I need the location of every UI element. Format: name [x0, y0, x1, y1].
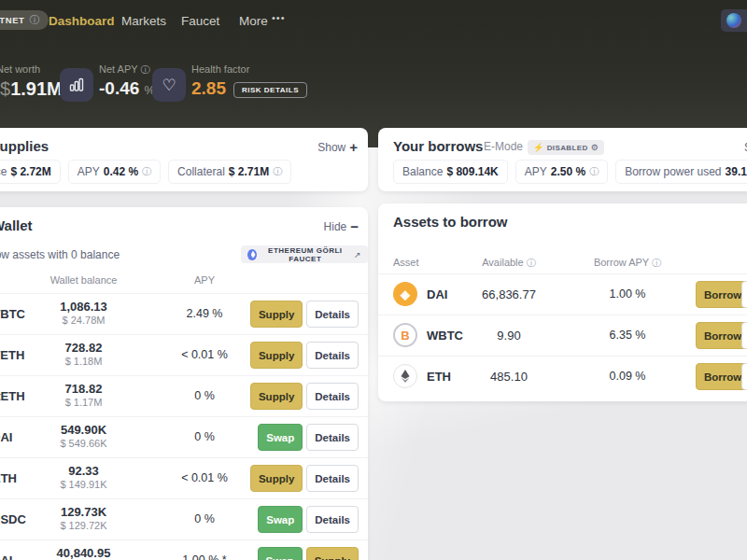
wallet-title: Wallet [0, 217, 33, 233]
info-icon[interactable]: ⓘ [652, 258, 661, 268]
info-icon[interactable]: ⓘ [142, 165, 151, 178]
nav-dashboard[interactable]: Dashboard [49, 14, 115, 28]
bar-chart-icon [60, 68, 93, 102]
stat-chip: Collateral$ 2.71Mⓘ [168, 160, 291, 184]
asset-actions: SupplyDetails [250, 465, 359, 492]
column-apy: APY [176, 274, 233, 286]
stat-chip: APY0.42 %ⓘ [68, 160, 161, 184]
supply-button[interactable]: Supply [250, 465, 303, 492]
emode-label: E-Mode [484, 140, 523, 153]
wallet-asset-row: WBTC 1,086.13$ 24.78M 2.49 % SupplyDetai… [0, 293, 368, 334]
aave-dashboard: TESTNET ⓘ Dashboard Markets Faucet More … [0, 0, 747, 560]
supplies-stats: Balance$ 2.72M APY0.42 %ⓘ Collateral$ 2.… [0, 160, 291, 184]
info-icon: ⓘ [29, 13, 40, 27]
supply-button[interactable]: Supply [250, 383, 303, 410]
borrow-asset-row: B WBTC 9.90 6.35 % Borrow Details [378, 315, 747, 356]
asset-apy: 0 % [166, 512, 243, 525]
asset-symbol: DAI [0, 430, 12, 444]
net-worth-label: Net worth [0, 63, 40, 75]
zero-balance-toggle-label[interactable]: Show assets with 0 balance [0, 248, 120, 261]
nav-faucet[interactable]: Faucet [181, 14, 219, 28]
asset-apy: 0 % [166, 389, 243, 402]
info-icon[interactable]: ⓘ [273, 165, 282, 178]
borrow-asset-list: ◈ DAI 66,836.77 1.00 % Borrow Details B … [378, 273, 747, 397]
details-button[interactable]: Details [306, 342, 359, 369]
testnet-badge-label: TESTNET [0, 15, 24, 25]
assets-to-borrow-title: Assets to borrow [393, 214, 508, 230]
asset-actions: SwapDetails [258, 506, 359, 533]
plus-icon: + [349, 139, 358, 155]
asset-symbol: USDC [0, 512, 26, 526]
wallet-hide-toggle[interactable]: Hide− [324, 218, 359, 234]
asset-actions: SupplyDetails [250, 342, 359, 369]
health-factor-value: 2.85 [191, 78, 226, 99]
info-icon[interactable]: ⓘ [527, 258, 536, 268]
risk-details-button[interactable]: RISK DETAILS [233, 82, 307, 98]
ethereum-goerli-faucet-button[interactable]: ETHEREUM GÖRLI FAUCET ↗ [241, 245, 368, 263]
asset-apy: < 0.01 % [166, 471, 243, 484]
asset-actions: SwapSupply [258, 547, 359, 560]
asset-actions: SwapDetails [258, 424, 359, 451]
asset-actions: SupplyDetails [250, 383, 359, 410]
details-button[interactable]: Details [741, 322, 747, 349]
details-button[interactable]: Details [306, 506, 359, 533]
details-button[interactable]: Details [306, 301, 359, 328]
details-button[interactable]: Details [741, 363, 747, 390]
asset-balance: 92.33$ 149.91K [26, 464, 141, 490]
supply-button[interactable]: Supply [250, 342, 303, 369]
eth-icon [393, 364, 417, 388]
supplies-show-toggle[interactable]: Show+ [317, 139, 358, 155]
borrow-button[interactable]: Borrow [696, 363, 747, 390]
stat-chip: Borrow power used39.16 %ⓘ [615, 160, 747, 184]
borrows-stats: Balance$ 809.14K APY2.50 %ⓘ Borrow power… [393, 160, 747, 184]
swap-button[interactable]: Swap [258, 506, 303, 533]
health-factor-label: Health factor [191, 63, 249, 75]
asset-apy: 1.00 % * [166, 553, 243, 560]
emode-disabled-pill[interactable]: ⚡DISABLED⚙ [528, 140, 604, 155]
supply-button[interactable]: Supply [306, 547, 359, 560]
lightning-icon: ⚡ [533, 143, 544, 152]
borrow-asset-row: ◈ DAI 66,836.77 1.00 % Borrow Details [378, 273, 747, 315]
details-button[interactable]: Details [306, 424, 359, 451]
net-apy-label: Net APY ⓘ [99, 63, 149, 77]
supplies-title: Your supplies [0, 138, 49, 154]
details-button[interactable]: Details [306, 465, 359, 492]
asset-borrow-apy: 1.00 % [570, 287, 685, 301]
dai-icon: ◈ [393, 282, 417, 306]
heart-icon: ♡ [152, 68, 186, 102]
wallet-asset-row: DAI 40,840.95$ 40,892.49 1.00 % * SwapSu… [0, 539, 368, 560]
external-link-icon: ↗ [354, 250, 361, 259]
asset-balance: 129.73K$ 129.72K [26, 505, 141, 531]
wallet-panel: Wallet Hide− Show assets with 0 balance … [0, 207, 368, 560]
stat-chip: Balance$ 2.72M [0, 160, 61, 184]
testnet-badge: TESTNET ⓘ [0, 10, 49, 30]
wallet-account-button[interactable] [721, 9, 747, 32]
gear-icon[interactable]: ⚙ [591, 143, 599, 152]
column-available: Available ⓘ [453, 257, 565, 270]
supply-button[interactable]: Supply [250, 301, 303, 328]
asset-symbol: stETH [0, 389, 25, 403]
net-worth-value: $1.91M [0, 78, 63, 100]
ethereum-icon [247, 249, 257, 260]
info-icon[interactable]: ⓘ [589, 165, 599, 178]
asset-balance: 1,086.13$ 24.78M [26, 300, 141, 326]
asset-apy: < 0.01 % [166, 348, 243, 361]
borrow-asset-row: ETH 485.10 0.09 % Borrow Details [378, 356, 747, 397]
swap-button[interactable]: Swap [258, 424, 303, 451]
details-button[interactable]: Details [741, 281, 747, 308]
wallet-asset-row: stETH 718.82$ 1.17M 0 % SupplyDetails [0, 375, 368, 416]
asset-apy: 0 % [166, 430, 243, 443]
asset-symbol: ETH [427, 370, 451, 384]
info-icon[interactable]: ⓘ [140, 64, 149, 75]
more-dots-icon[interactable]: ••• [272, 12, 286, 23]
borrow-button[interactable]: Borrow [696, 281, 747, 308]
details-button[interactable]: Details [306, 383, 359, 410]
nav-more[interactable]: More [239, 14, 268, 28]
currency-symbol: $ [0, 78, 10, 99]
net-apy-value: -0.46 % [99, 78, 155, 99]
swap-button[interactable]: Swap [258, 547, 303, 560]
asset-symbol: DAI [0, 553, 12, 560]
nav-markets[interactable]: Markets [121, 14, 166, 28]
asset-balance: 728.82$ 1.18M [26, 341, 141, 367]
borrow-button[interactable]: Borrow [696, 322, 747, 349]
